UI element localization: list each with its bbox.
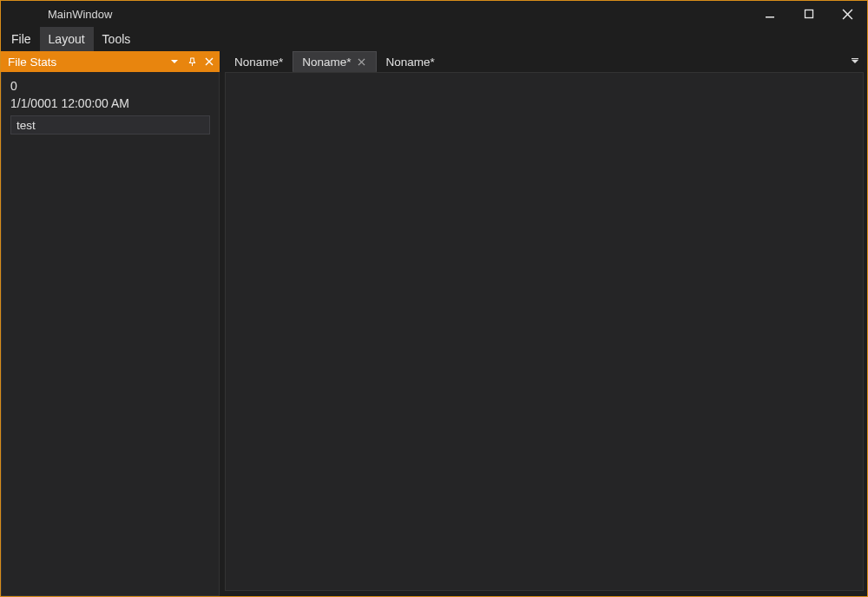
title-bar: MainWindow — [1, 1, 867, 27]
panel-text-input[interactable] — [10, 115, 210, 134]
panel-close-button[interactable] — [202, 55, 216, 69]
window-controls — [750, 1, 867, 27]
input-wrapper — [7, 115, 214, 134]
menu-file[interactable]: File — [3, 27, 40, 51]
tab-0[interactable]: Noname* — [225, 51, 293, 72]
tab-label: Noname* — [302, 56, 351, 69]
panel-header: File Stats — [1, 51, 220, 72]
main-area: File Stats 0 1/1/0001 12:00:00 AM — [1, 51, 867, 596]
panel-dropdown-button[interactable] — [168, 55, 181, 69]
close-button[interactable] — [828, 1, 867, 27]
tab-strip: Noname* Noname* Noname* — [225, 51, 864, 72]
file-stats-panel: File Stats 0 1/1/0001 12:00:00 AM — [1, 51, 220, 596]
panel-pin-button[interactable] — [185, 55, 199, 69]
tab-1[interactable]: Noname* — [293, 51, 376, 72]
svg-rect-0 — [766, 16, 774, 18]
minimize-button[interactable] — [750, 1, 789, 27]
menu-bar: File Layout Tools — [1, 27, 867, 51]
panel-header-actions — [168, 55, 216, 69]
overflow-menu-icon — [850, 56, 860, 67]
panel-title: File Stats — [8, 56, 168, 69]
stat-timestamp: 1/1/0001 12:00:00 AM — [7, 95, 214, 112]
pin-icon — [187, 57, 197, 67]
panel-body: 0 1/1/0001 12:00:00 AM — [1, 72, 220, 596]
maximize-button[interactable] — [789, 1, 828, 27]
tab-label: Noname* — [234, 56, 283, 69]
editor-area: Noname* Noname* Noname* — [220, 51, 867, 596]
editor-content[interactable] — [225, 72, 864, 591]
menu-layout[interactable]: Layout — [40, 27, 94, 51]
tab-strip-spacer — [444, 51, 846, 72]
tab-2[interactable]: Noname* — [377, 51, 444, 72]
svg-rect-3 — [852, 58, 858, 59]
stat-count: 0 — [7, 77, 214, 95]
tab-overflow-button[interactable] — [846, 51, 864, 72]
maximize-icon — [804, 9, 814, 19]
tab-label: Noname* — [386, 56, 435, 69]
close-icon — [358, 58, 365, 66]
menu-tools[interactable]: Tools — [94, 27, 140, 51]
chevron-down-icon — [170, 57, 179, 66]
tab-close-button[interactable] — [357, 56, 367, 67]
minimize-icon — [765, 9, 775, 19]
close-icon — [842, 9, 853, 20]
window-title: MainWindow — [48, 8, 112, 21]
close-icon — [205, 57, 214, 66]
svg-rect-1 — [805, 10, 812, 18]
